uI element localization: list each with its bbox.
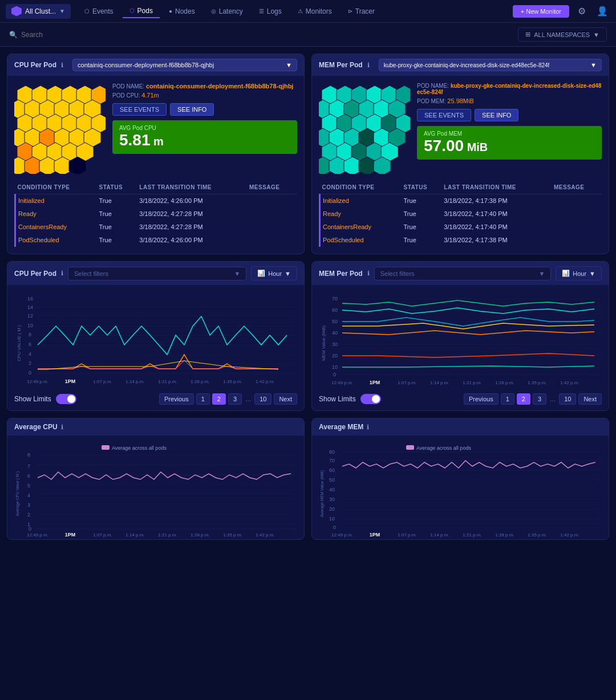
mem-conditions: CONDITION TYPE STATUS LAST TRANSITION TI…	[312, 181, 609, 254]
cpu-page-2-button[interactable]: 2	[212, 393, 226, 405]
condition-type-link[interactable]: ContainersReady	[18, 223, 67, 230]
search-bar: 🔍 ⊞ ALL NAMESPACES ▼	[0, 23, 616, 47]
condition-status: True	[97, 207, 137, 221]
mem-see-info-button[interactable]: SEE INFO	[475, 109, 518, 121]
brand-logo[interactable]: All Clust... ▼	[6, 4, 71, 19]
cpu-filter-placeholder: Select filters	[74, 270, 108, 277]
cpu-table-header: CONDITION TYPE STATUS LAST TRANSITION TI…	[15, 181, 298, 194]
svg-text:10: 10	[332, 364, 338, 370]
svg-text:Average MEM Value (MiB): Average MEM Value (MiB)	[320, 470, 325, 517]
cpu-chart-area: 16 14 12 10 8 6 4 2 0 CPU VALUE ( M )	[7, 285, 304, 389]
nodes-icon: ●	[169, 8, 172, 14]
cpu-page-3-button[interactable]: 3	[228, 393, 242, 405]
cpu-page-1-button[interactable]: 1	[196, 393, 210, 405]
condition-type-link[interactable]: Ready	[18, 210, 37, 217]
svg-text:8: 8	[29, 332, 31, 337]
cpu-next-button[interactable]: Next	[274, 393, 297, 405]
nav-item-nodes[interactable]: ● Nodes	[162, 5, 202, 18]
search-icon: 🔍	[9, 31, 18, 39]
cpu-filter-select[interactable]: Select filters ▼	[68, 267, 246, 280]
mem-limits-toggle[interactable]	[360, 394, 381, 404]
condition-type-link[interactable]: PodScheduled	[18, 237, 59, 243]
settings-icon[interactable]: ⚙	[574, 3, 590, 19]
mem-condition-type-link[interactable]: ContainersReady	[323, 223, 371, 230]
mem-chart-panel: MEM Per Pod ℹ Select filters ▼ 📊 Hour ▼ …	[311, 261, 609, 411]
new-monitor-button[interactable]: + New Monitor	[513, 5, 569, 18]
mem-filter-chevron: ▼	[538, 270, 545, 277]
mem-filter-select[interactable]: Select filters ▼	[374, 267, 552, 280]
cpu-page-10-button[interactable]: 10	[254, 393, 271, 405]
cpu-limits-toggle[interactable]	[56, 394, 76, 404]
mem-prev-button[interactable]: Previous	[464, 393, 499, 405]
search-input[interactable]	[21, 31, 192, 39]
mem-page-1-button[interactable]: 1	[501, 393, 514, 405]
mem-page-dots: ...	[549, 395, 557, 403]
cpu-show-limits-label: Show Limits	[14, 395, 51, 403]
mem-condition-time: 3/18/2022, 4:17:40 PM	[441, 221, 552, 234]
cpu-pod-select-value: containiq-consumer-deployment-f68bb8b78-…	[78, 62, 214, 68]
nav-item-logs[interactable]: ☰ Logs	[252, 5, 289, 18]
mem-next-button[interactable]: Next	[578, 393, 602, 405]
namespace-chevron: ▼	[593, 31, 599, 38]
avg-cpu-panel-info-icon[interactable]: ℹ	[61, 424, 63, 431]
user-icon[interactable]: 👤	[594, 3, 610, 19]
cpu-chart-info-icon[interactable]: ℹ	[61, 270, 63, 277]
mem-chart-footer: Show Limits Previous 1 2 3 ... 10 Next	[312, 389, 609, 410]
nav-item-monitors[interactable]: ⚠ Monitors	[291, 5, 339, 18]
nav-right: + New Monitor ⚙ 👤	[513, 3, 610, 19]
svg-text:1:42 p.m.: 1:42 p.m.	[560, 532, 579, 538]
col-transition-time: LAST TRANSITION TIME	[137, 181, 247, 194]
mem-pod-info-icon[interactable]: ℹ	[367, 62, 370, 69]
logs-icon: ☰	[259, 8, 264, 14]
cpu-pod-select[interactable]: containiq-consumer-deployment-f68bb8b78-…	[72, 59, 297, 71]
svg-text:12:49 p.m.: 12:49 p.m.	[331, 532, 353, 538]
svg-text:20: 20	[329, 506, 335, 512]
avg-cpu-chart-area: Average across all pods 8 7 6 5 4 3 2 1 …	[7, 436, 304, 539]
mem-condition-type-link[interactable]: PodScheduled	[323, 237, 364, 243]
mem-pagination: Previous 1 2 3 ... 10 Next	[464, 393, 602, 405]
cpu-see-info-button[interactable]: SEE INFO	[170, 103, 214, 116]
brand-name: All Clust...	[25, 7, 56, 15]
mem-hexmap	[319, 83, 410, 174]
mem-condition-type-link[interactable]: Ready	[323, 210, 341, 217]
cpu-pod-details: POD NAME: containiq-consumer-deployment-…	[112, 83, 297, 174]
all-namespaces-button[interactable]: ⊞ ALL NAMESPACES ▼	[518, 27, 607, 42]
svg-text:60: 60	[332, 307, 338, 313]
cpu-prev-button[interactable]: Previous	[159, 393, 194, 405]
svg-text:2: 2	[27, 512, 30, 518]
svg-text:1:07 p.m.: 1:07 p.m.	[398, 532, 416, 538]
avg-mem-chart-area: Average across all pods 80 70 60 50 40 3…	[312, 436, 609, 539]
mem-pod-select[interactable]: kube-proxy-gke-containiq-dev-increased-d…	[379, 59, 602, 71]
nav-item-events[interactable]: ⬡ Events	[78, 5, 120, 18]
mem-page-2-button[interactable]: 2	[517, 393, 530, 405]
cpu-hour-select[interactable]: 📊 Hour ▼	[251, 266, 297, 280]
mem-condition-status: True	[402, 194, 442, 207]
avg-mem-box: AVG Pod MEM 57.00 MiB	[417, 126, 602, 160]
mem-condition-type-link[interactable]: Initialized	[323, 197, 349, 204]
mem-table-row: ContainersReady True 3/18/2022, 4:17:40 …	[320, 221, 602, 234]
mem-condition-time: 3/18/2022, 4:17:38 PM	[441, 194, 552, 207]
cpu-hour-label: Hour	[268, 270, 282, 277]
mem-see-events-button[interactable]: SEE EVENTS	[417, 109, 471, 121]
mem-condition-time: 3/18/2022, 4:17:40 PM	[441, 207, 552, 221]
nav-item-latency[interactable]: ◎ Latency	[204, 5, 250, 18]
avg-mem-panel-info-icon[interactable]: ℹ	[367, 424, 369, 431]
mem-action-btns: SEE EVENTS SEE INFO	[417, 109, 602, 121]
avg-cpu-chart-svg: Average across all pods 8 7 6 5 4 3 2 1 …	[14, 442, 297, 539]
nav-item-pods[interactable]: ⬡ Pods	[123, 5, 160, 18]
svg-text:1PM: 1PM	[65, 379, 76, 384]
condition-type-link[interactable]: Initialized	[18, 197, 44, 204]
mem-hour-select[interactable]: 📊 Hour ▼	[556, 266, 602, 280]
mem-page-3-button[interactable]: 3	[533, 393, 546, 405]
cpu-pod-info-icon[interactable]: ℹ	[61, 62, 63, 69]
nav-item-tracer[interactable]: ⊳ Tracer	[341, 5, 382, 18]
svg-text:4: 4	[29, 351, 31, 357]
cpu-see-events-button[interactable]: SEE EVENTS	[112, 103, 167, 116]
mem-page-10-button[interactable]: 10	[559, 393, 576, 405]
mem-condition-status: True	[402, 234, 442, 247]
mem-chart-info-icon[interactable]: ℹ	[367, 270, 370, 277]
svg-text:12:49 p.m.: 12:49 p.m.	[27, 532, 48, 538]
svg-text:1:14 p.m.: 1:14 p.m.	[125, 532, 144, 538]
cpu-chart-footer: Show Limits Previous 1 2 3 ... 10 Next	[7, 389, 304, 410]
svg-text:12:49 p.m.: 12:49 p.m.	[331, 380, 353, 385]
